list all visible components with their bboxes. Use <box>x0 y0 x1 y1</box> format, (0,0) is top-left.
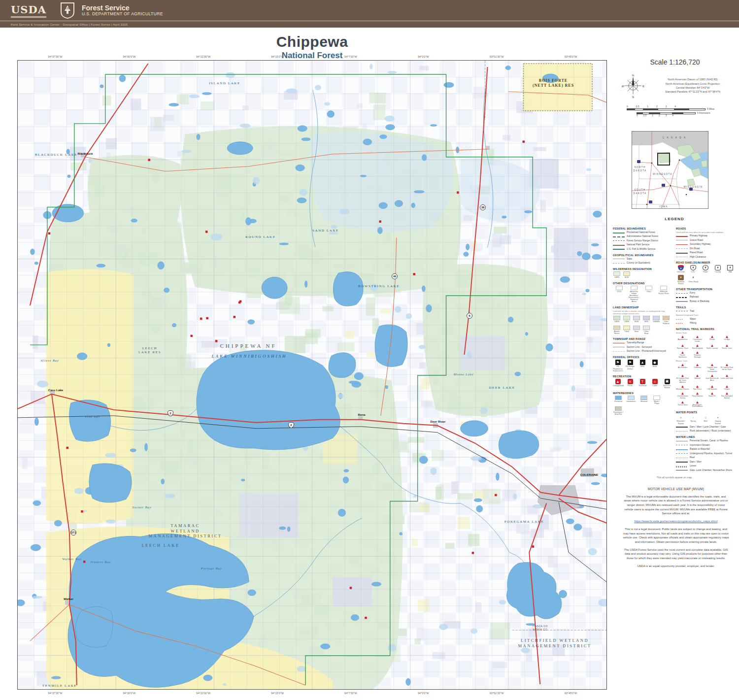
trail-marker-item: ▲Natchez Trace <box>676 344 689 350</box>
legend-box-swatch <box>613 271 620 276</box>
scale-bar: 00.51234 5 Miles 5 Kilometers 00.51234 <box>627 105 725 125</box>
mvum-link[interactable]: https://www.fs.usda.gov/recreation/progr… <box>634 520 717 523</box>
scalebar-tick: 2 <box>656 105 658 108</box>
legend-item: DOD <box>613 286 626 303</box>
usda-logo: USDA <box>11 3 46 18</box>
legend-swatch <box>676 244 688 245</box>
compass-rose-icon: N S W E <box>622 73 644 99</box>
scalebar-tick: 3 <box>666 105 667 108</box>
legend-swatch <box>676 318 688 321</box>
trail-marker-item: ▲Oregon <box>720 385 734 391</box>
road-shield-item: #Other Road <box>688 275 698 285</box>
recreation-item: ⌂Cabin <box>650 379 660 389</box>
land-ownership-chip: USFWS <box>652 316 660 325</box>
state-38-shield: 38 <box>480 204 486 210</box>
coordinate-label: 94°22'30"W <box>196 692 210 695</box>
legend-item: National Park Service <box>613 243 672 246</box>
trail-marker-item: ▲Pacific Crest <box>720 344 734 350</box>
legend-item: American Indian Boundary / Reservation /… <box>628 286 640 303</box>
recreation-item: πPicnic <box>625 379 635 389</box>
legend-swatch <box>676 470 688 470</box>
land-ownership-chip: Alaska Native <box>613 326 621 334</box>
land-ownership-chip: Tribal <box>623 326 631 334</box>
legend-swatch <box>676 466 688 467</box>
legend-item: U.S. Fish & Wildlife Service <box>613 248 672 251</box>
land-ownership-chip: State <box>633 326 640 334</box>
waterbody-chip <box>628 396 635 400</box>
trail-marker-item: ▲Pony Express <box>691 392 704 400</box>
legend-item: Byway or Backway <box>676 300 735 303</box>
trail-marker-item: ▲North Country <box>705 344 719 350</box>
legend-item: Intermittent Stream <box>676 444 735 447</box>
legend-swatch <box>676 253 688 254</box>
trail-marker-item: ▲Potomac Heritage <box>691 351 704 359</box>
legend-swatch <box>613 236 625 237</box>
trail-marker-item: ▲El Camino Real de los Tejas <box>720 363 734 373</box>
waterbody-chip <box>640 396 647 400</box>
scalebar-tick: 4 <box>674 105 676 108</box>
inset-label-south-dakota: SOUTH <box>634 189 645 191</box>
legend-swatch <box>613 240 625 241</box>
federal-office-item: ▲NPS <box>638 360 647 372</box>
mvum-paragraph: This is not a legal document. Public lan… <box>623 527 729 544</box>
nett-lake <box>542 74 558 83</box>
sidebar: Scale 1:126,720 N S W E North American D… <box>613 58 737 571</box>
inset-label-canada: C A N A D A <box>663 136 686 139</box>
recreation-item: ▣Entrance Station <box>662 379 672 389</box>
moose-lake <box>460 421 488 436</box>
land-ownership-chip: Other State <box>642 326 650 334</box>
coordinate-label: 94°7'30"W <box>344 692 357 695</box>
coordinate-label: 94°22'30"W <box>196 55 210 58</box>
legend-swatch <box>613 249 625 250</box>
map-canvas[interactable]: 94°37'30"W94°30'0"W94°22'30"W94°15'0"W94… <box>17 60 607 690</box>
road-shield-icon: # <box>678 275 684 280</box>
miles-label: 5 Miles <box>707 108 714 110</box>
round-lake <box>262 277 287 299</box>
recreation-icon: ▣ <box>665 379 670 384</box>
road-shield-icon: # <box>727 265 733 270</box>
sand-lake <box>333 272 363 306</box>
inset-label-wisconsin: WISCONSIN <box>683 186 703 188</box>
waterbody-chip <box>615 406 622 411</box>
legend-item: Paved Road <box>676 251 735 254</box>
legend-item: State <box>613 258 672 261</box>
federal-office-item: ◆BLM <box>650 360 660 372</box>
projection-line: Central Meridian 94°3'43"W <box>648 86 737 90</box>
legend-item: Dam / Weir / Lock Chamber / Gate <box>676 426 735 429</box>
mvum-paragraph: The MVUM is a legal enforceable document… <box>623 495 729 516</box>
trail-marker-item: ▲California <box>691 363 704 373</box>
mvum-paragraph: USDA is an equal opportunity provider, e… <box>623 564 729 568</box>
state-371-shield: 371 <box>70 530 76 535</box>
inset-label-iowa: IOWA <box>659 205 668 208</box>
coordinate-label: 93°52'30"W <box>490 55 504 58</box>
waterbody-chip <box>653 396 660 400</box>
legend-swatch <box>613 343 625 343</box>
legend-swatch <box>676 293 688 294</box>
road-shield-icon: # <box>703 265 708 270</box>
inset-label-north-dakota: NORTH <box>634 166 645 168</box>
legend-swatch <box>613 263 625 264</box>
legend-swatch <box>676 240 688 240</box>
department-name: U.S. DEPARTMENT OF AGRICULTURE <box>82 12 163 17</box>
legend-swatch <box>676 311 688 311</box>
recreation-icon: π <box>628 379 633 384</box>
color-chip <box>623 316 630 320</box>
color-chip <box>643 316 650 320</box>
land-ownership-chip: BLM <box>633 316 640 325</box>
legend-item: Gate, Lock Chamber, Nonearthen Shore <box>676 469 735 472</box>
legend-item: Proclaimed National Forest <box>613 231 672 234</box>
trail-marker-item: ▲Old Spanish <box>705 385 719 391</box>
coordinate-label: 93°52'30"W <box>490 692 504 695</box>
svg-text:N: N <box>632 74 634 77</box>
legend-swatch <box>613 351 625 352</box>
legend-item: Section Line - Surveyed <box>613 346 672 349</box>
road-shield-item: #U.S. <box>688 265 698 273</box>
recreation-icon: ⌂ <box>652 379 658 384</box>
legend-item: Dirt Road <box>676 247 735 250</box>
land-ownership-chip: Other Federal <box>662 316 670 325</box>
color-chip <box>633 326 640 330</box>
header-subtitle: Field Service & Innovation Center · Geos… <box>0 21 739 28</box>
legend-item: Township/Range <box>613 341 672 344</box>
legend-item: Levee <box>676 465 735 467</box>
waterbody-item: Wetland <box>638 396 649 404</box>
